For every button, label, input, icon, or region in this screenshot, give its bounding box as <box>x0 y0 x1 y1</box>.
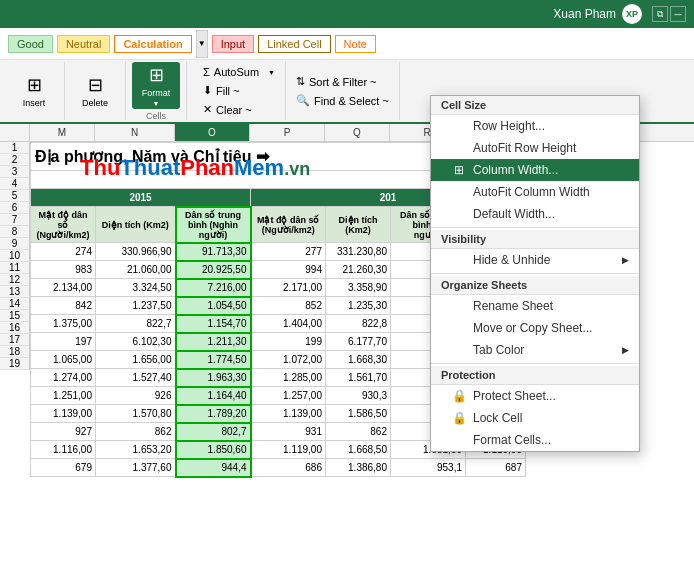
row-height-item[interactable]: Row Height... <box>431 115 639 137</box>
autosum-arrow: ▼ <box>268 69 275 76</box>
rn-2: 2 <box>0 154 30 166</box>
minimize-button[interactable]: ─ <box>670 6 686 22</box>
sub-col1: Mật độ dân số (Người/km2) <box>31 207 96 243</box>
delete-group: ⊟ Delete <box>65 62 126 120</box>
col-n[interactable]: N <box>95 124 175 141</box>
format-button[interactable]: ⊞ Format ▼ <box>132 62 180 109</box>
user-avatar[interactable]: XP <box>622 4 642 24</box>
column-width-label: Column Width... <box>473 163 558 177</box>
autosum-label: AutoSum <box>214 66 259 78</box>
rn-10: 10 <box>0 250 30 262</box>
fill-button[interactable]: ⬇ Fill ~ <box>199 82 279 99</box>
style-input[interactable]: Input <box>212 35 254 53</box>
divider-3 <box>431 363 639 364</box>
ribbon-styles-row: Good Neutral Calculation ▼ Input Linked … <box>0 28 694 60</box>
insert-button[interactable]: ⊞ Insert <box>10 66 58 116</box>
visibility-header: Visibility <box>431 230 639 249</box>
rn-12: 12 <box>0 274 30 286</box>
default-width-item[interactable]: Default Width... <box>431 203 639 225</box>
autofit-row-item[interactable]: AutoFit Row Height <box>431 137 639 159</box>
clear-icon: ✕ <box>203 103 212 116</box>
protect-icon: 🔒 <box>451 389 467 403</box>
autofit-row-label: AutoFit Row Height <box>473 141 576 155</box>
rn-15: 15 <box>0 310 30 322</box>
rn-19: 19 <box>0 358 30 370</box>
style-neutral[interactable]: Neutral <box>57 35 110 53</box>
rn-14: 14 <box>0 298 30 310</box>
sort-find-btns: ⇅ Sort & Filter ~ 🔍 Find & Select ~ <box>292 73 393 109</box>
style-linked[interactable]: Linked Cell <box>258 35 330 53</box>
rn-18: 18 <box>0 346 30 358</box>
rn-6: 6 <box>0 202 30 214</box>
sort-icon: ⇅ <box>296 75 305 88</box>
divider-1 <box>431 227 639 228</box>
row-num-header <box>0 124 30 141</box>
rn-5: 5 <box>0 190 30 202</box>
cell-styles-group: Good Neutral Calculation ▼ Input Linked … <box>4 28 380 60</box>
divider-2 <box>431 273 639 274</box>
rename-sheet-item[interactable]: Rename Sheet <box>431 295 639 317</box>
default-width-label: Default Width... <box>473 207 555 221</box>
tab-color-label: Tab Color <box>473 343 524 357</box>
move-copy-item[interactable]: Move or Copy Sheet... <box>431 317 639 339</box>
format-cells-item[interactable]: Format Cells... <box>431 429 639 451</box>
tab-color-arrow: ▶ <box>622 345 629 355</box>
format-dropdown-arrow: ▼ <box>153 100 160 107</box>
rn-3: 3 <box>0 166 30 178</box>
title-bar: Xuan Pham XP ⧉ ─ <box>0 0 694 28</box>
sub-col3: Dân số trung bình (Nghìn người) <box>176 207 251 243</box>
autofit-col-label: AutoFit Column Width <box>473 185 590 199</box>
fill-icon: ⬇ <box>203 84 212 97</box>
autosum-icon: Σ <box>203 66 210 78</box>
fill-label: Fill ~ <box>216 85 240 97</box>
column-width-item[interactable]: ⊞ Column Width... <box>431 159 639 181</box>
move-copy-label: Move or Copy Sheet... <box>473 321 592 335</box>
find-icon: 🔍 <box>296 94 310 107</box>
protect-sheet-item[interactable]: 🔒 Protect Sheet... <box>431 385 639 407</box>
styles-scroll[interactable]: ▼ <box>196 30 208 58</box>
lock-cell-item[interactable]: 🔒 Lock Cell <box>431 407 639 429</box>
restore-button[interactable]: ⧉ <box>652 6 668 22</box>
delete-icon: ⊟ <box>88 74 103 96</box>
format-cells-label: Format Cells... <box>473 433 551 447</box>
window-controls: ⧉ ─ <box>652 6 686 22</box>
hide-unhide-item[interactable]: Hide & Unhide ▶ <box>431 249 639 271</box>
format-dropdown-menu: Cell Size Row Height... AutoFit Row Heig… <box>430 95 640 452</box>
rename-label: Rename Sheet <box>473 299 553 313</box>
format-group: ⊞ Format ▼ Cells <box>126 62 187 120</box>
hide-unhide-arrow: ▶ <box>622 255 629 265</box>
rn-1: 1 <box>0 142 30 154</box>
editing-small-buttons: Σ AutoSum ▼ ⬇ Fill ~ ✕ Clear ~ <box>199 64 279 118</box>
delete-button[interactable]: ⊟ Delete <box>71 66 119 116</box>
protect-sheet-label: Protect Sheet... <box>473 389 556 403</box>
col-o[interactable]: O <box>175 124 250 141</box>
sort-filter-button[interactable]: ⇅ Sort & Filter ~ <box>292 73 393 90</box>
col-q[interactable]: Q <box>325 124 390 141</box>
format-label: Format <box>142 88 171 98</box>
col-m[interactable]: M <box>30 124 95 141</box>
col-p[interactable]: P <box>250 124 325 141</box>
row-height-label: Row Height... <box>473 119 545 133</box>
insert-icon: ⊞ <box>27 74 42 96</box>
clear-button[interactable]: ✕ Clear ~ <box>199 101 279 118</box>
autofit-col-item[interactable]: AutoFit Column Width <box>431 181 639 203</box>
protection-header: Protection <box>431 366 639 385</box>
style-note[interactable]: Note <box>335 35 376 53</box>
autosum-button[interactable]: Σ AutoSum ▼ <box>199 64 279 80</box>
tab-color-item[interactable]: Tab Color ▶ <box>431 339 639 361</box>
sort-find-group: ⇅ Sort & Filter ~ 🔍 Find & Select ~ <box>286 62 400 120</box>
insert-label: Insert <box>23 98 46 108</box>
style-calculation[interactable]: Calculation <box>114 35 191 53</box>
rn-11: 11 <box>0 262 30 274</box>
sub-col2: Diện tích (Km2) <box>96 207 176 243</box>
column-width-icon: ⊞ <box>451 163 467 177</box>
style-good[interactable]: Good <box>8 35 53 53</box>
lock-cell-icon: 🔒 <box>451 411 467 425</box>
row-numbers: 1 2 3 4 5 6 7 8 9 10 11 12 13 14 15 16 1… <box>0 142 30 478</box>
insert-group: ⊞ Insert <box>4 62 65 120</box>
user-info: Xuan Pham XP <box>553 4 642 24</box>
editing-group: Σ AutoSum ▼ ⬇ Fill ~ ✕ Clear ~ <box>193 62 286 120</box>
find-label: Find & Select ~ <box>314 95 389 107</box>
find-select-button[interactable]: 🔍 Find & Select ~ <box>292 92 393 109</box>
clear-label: Clear ~ <box>216 104 252 116</box>
